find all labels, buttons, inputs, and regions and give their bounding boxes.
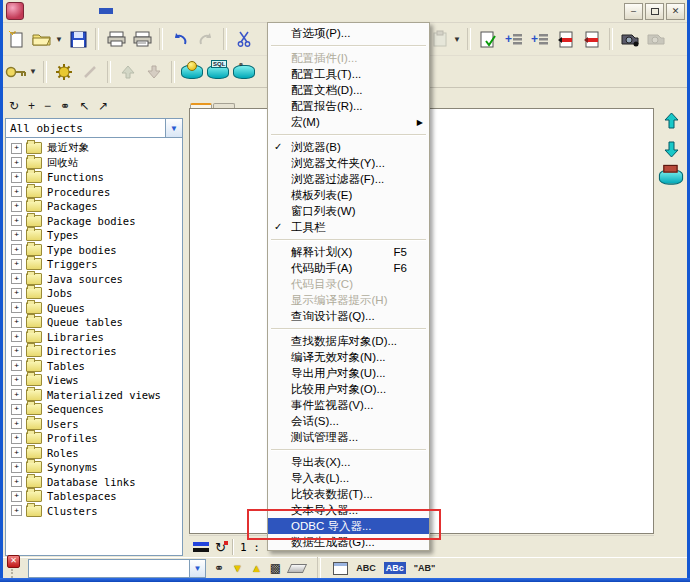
menubar-item[interactable] <box>85 8 99 14</box>
tree-row[interactable]: + Sequences <box>9 402 182 417</box>
expand-icon[interactable]: + <box>11 143 22 154</box>
menu-item[interactable]: 浏览器(B) <box>268 139 429 155</box>
minimize-button[interactable]: – <box>624 3 643 20</box>
menu-item[interactable]: 工具栏 <box>268 219 429 235</box>
menu-item[interactable]: 数据生成器(G)... <box>268 534 429 550</box>
find-object-icon[interactable]: ⚭ <box>60 100 70 112</box>
tree-row[interactable]: + Package bodies <box>9 214 182 229</box>
menu-item[interactable]: 代码助手(A) F6 <box>268 260 429 276</box>
find-next-icon[interactable]: ▼ <box>232 562 243 574</box>
open-button[interactable] <box>29 26 55 52</box>
menubar-item[interactable] <box>43 8 57 14</box>
logon-dropdown-caret[interactable]: ▼ <box>29 67 39 76</box>
redo-button[interactable] <box>193 26 219 52</box>
menu-item[interactable]: 浏览器过滤器(F)... <box>268 171 429 187</box>
menu-item[interactable]: 比较用户对象(O)... <box>268 381 429 397</box>
browser-filter-combo[interactable]: All objects ▼ <box>5 118 183 138</box>
expand-icon[interactable]: + <box>11 230 22 241</box>
add-statement-alt-button[interactable]: + <box>527 26 553 52</box>
menu-item[interactable]: 导入表(L)... <box>268 470 429 486</box>
menubar-item[interactable] <box>141 8 155 14</box>
menu-item[interactable]: 导出用户对象(U)... <box>268 365 429 381</box>
print-button[interactable] <box>103 26 129 52</box>
breakpoint-doc-button[interactable] <box>553 26 579 52</box>
tree-row[interactable]: + Directories <box>9 344 182 359</box>
nav-back-icon[interactable]: ↖ <box>79 100 89 112</box>
breakpoint-doc-alt-button[interactable] <box>579 26 605 52</box>
expand-icon[interactable]: + <box>11 505 22 516</box>
expand-icon[interactable]: + <box>11 331 22 342</box>
tree-row[interactable]: + Jobs <box>9 286 182 301</box>
match-case-option[interactable]: ABc <box>384 562 406 574</box>
expand-icon[interactable]: + <box>11 433 22 444</box>
gear-button[interactable] <box>51 59 77 85</box>
menu-item[interactable]: 导出表(X)... <box>268 454 429 470</box>
find-previous-icon[interactable]: ▲ <box>251 562 262 574</box>
match-any-option[interactable]: ABC <box>356 563 376 573</box>
brush-button[interactable] <box>77 59 103 85</box>
print-settings-button[interactable] <box>129 26 155 52</box>
menu-item[interactable]: ODBC 导入器... <box>268 518 429 534</box>
highlight-all-icon[interactable]: ▩ <box>270 562 281 574</box>
tree-row[interactable]: + Functions <box>9 170 182 185</box>
stop-macro-button[interactable] <box>643 26 669 52</box>
execute-button[interactable] <box>475 26 501 52</box>
expand-icon[interactable]: + <box>11 375 22 386</box>
tree-row[interactable]: + Queues <box>9 301 182 316</box>
tree-row[interactable]: + Views <box>9 373 182 388</box>
paste-dropdown-caret[interactable]: ▼ <box>453 35 463 44</box>
close-button[interactable]: ✕ <box>666 3 685 20</box>
find-icon[interactable]: ⚭ <box>214 562 224 574</box>
menu-item[interactable]: 配置工具(T)... <box>268 66 429 82</box>
tree-row[interactable]: + Tablespaces <box>9 489 182 504</box>
save-button[interactable] <box>65 26 91 52</box>
restore-button[interactable] <box>645 3 664 20</box>
paste-button[interactable] <box>427 26 453 52</box>
menu-item[interactable]: 比较表数据(T)... <box>268 486 429 502</box>
collapse-all-icon[interactable]: − <box>44 100 51 112</box>
menubar-item[interactable] <box>113 8 127 14</box>
menu-item[interactable]: 首选项(P)... <box>268 25 429 41</box>
chevron-down-icon[interactable]: ▼ <box>189 560 205 577</box>
tree-row[interactable]: + 最近对象 <box>9 141 182 156</box>
expand-icon[interactable]: + <box>11 360 22 371</box>
close-find-icon[interactable]: ✕ <box>7 555 20 568</box>
find-input[interactable]: ▼ <box>28 559 206 578</box>
menu-item[interactable]: 代码目录(C) <box>268 276 429 292</box>
menubar-item[interactable] <box>71 8 85 14</box>
cut-button[interactable] <box>231 26 257 52</box>
tree-row[interactable]: + Database links <box>9 475 182 490</box>
menu-item[interactable]: 配置插件(I)... <box>268 50 429 66</box>
menubar-item[interactable] <box>169 8 183 14</box>
tree-row[interactable]: + Users <box>9 417 182 432</box>
tree-row[interactable]: + Libraries <box>9 330 182 345</box>
refresh-icon[interactable]: ↻ <box>9 100 19 112</box>
expand-icon[interactable]: + <box>11 317 22 328</box>
tree-row[interactable]: + Clusters <box>9 504 182 519</box>
commit-button[interactable] <box>115 59 141 85</box>
tree-row[interactable]: + 回收站 <box>9 156 182 171</box>
logon-button[interactable] <box>3 59 29 85</box>
auto-refresh-icon[interactable]: ↻ <box>215 540 226 555</box>
new-report-window-button[interactable]: ⚭ <box>231 59 257 85</box>
scroll-down-icon[interactable] <box>664 141 679 158</box>
eraser-icon[interactable] <box>287 564 307 573</box>
session-mode-icon[interactable] <box>193 542 209 552</box>
tree-row[interactable]: + Synonyms <box>9 460 182 475</box>
expand-icon[interactable]: + <box>11 346 22 357</box>
expand-icon[interactable]: + <box>11 447 22 458</box>
tree-row[interactable]: + Procedures <box>9 185 182 200</box>
menu-item[interactable]: 模板列表(E) <box>268 187 429 203</box>
open-dropdown-caret[interactable]: ▼ <box>55 35 65 44</box>
menu-item[interactable]: 查询设计器(Q)... <box>268 308 429 324</box>
menu-item[interactable]: 配置文档(D)... <box>268 82 429 98</box>
expand-icon[interactable]: + <box>11 172 22 183</box>
nav-forward-icon[interactable]: ↗ <box>98 100 108 112</box>
whole-word-option[interactable]: "AB" <box>414 563 436 573</box>
tree-row[interactable]: + Type bodies <box>9 243 182 258</box>
execute-stamp-icon[interactable] <box>659 169 683 184</box>
add-statement-button[interactable]: + <box>501 26 527 52</box>
tree-row[interactable]: + Materialized views <box>9 388 182 403</box>
expand-icon[interactable]: + <box>11 389 22 400</box>
new-document-button[interactable] <box>3 26 29 52</box>
